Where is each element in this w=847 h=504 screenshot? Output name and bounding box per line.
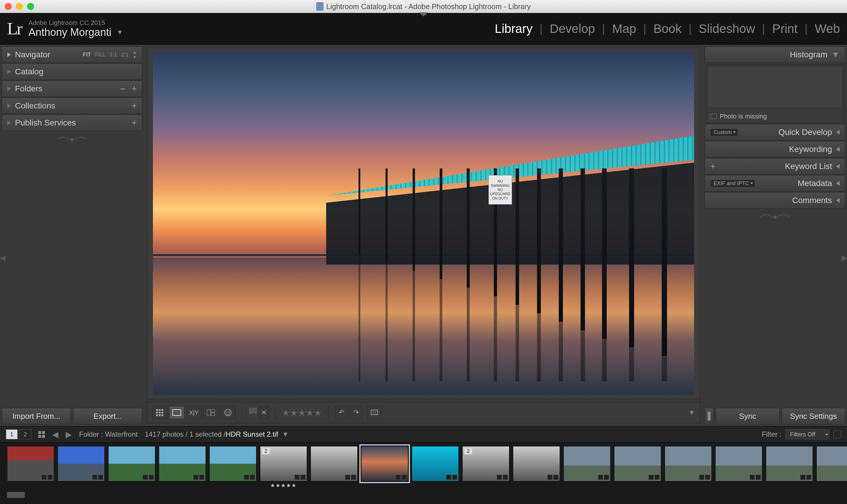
panel-notch-icon[interactable] [419, 12, 428, 16]
keyword-list-panel-header[interactable]: + Keyword List [705, 158, 845, 175]
keywording-label: Keywording [789, 145, 832, 154]
window-controls [5, 3, 34, 10]
filter-lock-icon[interactable] [833, 431, 841, 438]
filmstrip-thumb[interactable]: 2 [462, 446, 509, 481]
filmstrip-thumb[interactable] [564, 446, 610, 481]
close-icon[interactable] [5, 3, 12, 10]
rating-stars[interactable]: ★★★★★ [282, 408, 322, 418]
sync-button[interactable]: Sync [716, 408, 779, 425]
svg-point-14 [225, 409, 231, 416]
filter-select[interactable]: Filters Off [785, 429, 829, 439]
filmstrip-thumb[interactable] [715, 446, 762, 481]
filmstrip-thumb[interactable] [7, 446, 54, 481]
filmstrip-thumb[interactable] [58, 446, 105, 481]
publish-panel-header[interactable]: Publish Services + [2, 114, 142, 131]
people-view-button[interactable] [220, 406, 236, 419]
nav-1to1[interactable]: 1:1 [110, 52, 117, 58]
rotate-cw-icon[interactable]: ↷ [350, 406, 363, 419]
rotate-ccw-icon[interactable]: ↶ [335, 406, 348, 419]
metadata-preset-select[interactable]: EXIF and IPTC [710, 180, 755, 187]
compare-view-button[interactable]: X|Y [186, 406, 202, 419]
loupe-view-button[interactable] [169, 406, 185, 419]
remove-folder-icon[interactable]: − [120, 83, 126, 95]
sync-switch-icon[interactable] [705, 408, 713, 425]
filmstrip-scrollbar[interactable] [7, 492, 840, 498]
module-library[interactable]: Library [495, 22, 532, 36]
filmstrip-thumb[interactable]: 2 [260, 446, 307, 481]
user-name: Anthony Morganti [29, 26, 111, 38]
filmstrip-thumb[interactable] [665, 446, 712, 481]
filmstrip-thumb[interactable] [159, 446, 206, 481]
add-keyword-icon[interactable]: + [710, 161, 715, 171]
quick-develop-panel-header[interactable]: Custom Quick Develop [705, 124, 845, 141]
minimize-icon[interactable] [16, 3, 23, 10]
toolbar-menu-icon[interactable]: ▼ [689, 409, 695, 416]
nav-2to1[interactable]: 2:1 [121, 52, 128, 58]
filmstrip-thumb[interactable] [412, 446, 459, 481]
module-web[interactable]: Web [815, 22, 840, 36]
filmstrip-thumb[interactable] [209, 446, 257, 481]
filmstrip-thumb[interactable] [614, 446, 661, 481]
svg-rect-7 [156, 414, 158, 416]
module-slideshow[interactable]: Slideshow [699, 22, 755, 36]
quick-develop-preset-select[interactable]: Custom [710, 128, 738, 137]
keywording-panel-header[interactable]: Keywording [705, 141, 845, 158]
folders-panel-header[interactable]: Folders −+ [2, 80, 142, 97]
slideshow-icon[interactable] [367, 406, 382, 419]
filmstrip-thumb[interactable] [513, 446, 560, 481]
right-panel-expander-icon[interactable]: ▶ [842, 252, 847, 264]
display-1[interactable]: 1 [6, 429, 18, 439]
thumb-badges [92, 474, 103, 480]
loupe-view[interactable]: NO SWIMMINGNO LIFEGUARDON DUTY [147, 48, 700, 399]
filmstrip-thumb[interactable] [766, 446, 813, 481]
nav-fit[interactable]: FIT [83, 52, 91, 58]
maximize-icon[interactable] [27, 3, 34, 10]
add-collection-icon[interactable]: + [132, 101, 137, 111]
filmstrip-thumb[interactable] [108, 446, 155, 481]
filmstrip[interactable]: 22 [0, 443, 847, 492]
panel-end-ornament [2, 133, 142, 145]
survey-view-button[interactable] [203, 406, 219, 419]
nav-fill[interactable]: FILL [95, 52, 106, 58]
add-publish-icon[interactable]: + [132, 118, 137, 128]
collections-panel-header[interactable]: Collections + [2, 97, 142, 114]
metadata-panel-header[interactable]: EXIF and IPTC Metadata [705, 175, 845, 192]
navigator-panel-header[interactable]: Navigator FIT FILL 1:1 2:1 ▲▼ [2, 47, 142, 63]
sync-settings-button[interactable]: Sync Settings [782, 408, 845, 425]
source-menu-icon[interactable]: ▼ [282, 430, 289, 438]
secondary-display-toggle[interactable]: 1 2 [6, 429, 31, 439]
thumb-badges [193, 474, 204, 480]
nav-back-icon[interactable]: ◀ [52, 430, 58, 439]
grid-icon[interactable] [38, 431, 45, 438]
comments-panel-header[interactable]: Comments [705, 192, 845, 209]
histogram-menu-icon[interactable]: ▼ [831, 50, 840, 59]
svg-rect-9 [161, 414, 163, 416]
flag-reject-icon[interactable]: ✕ [259, 406, 269, 419]
module-print[interactable]: Print [772, 22, 798, 36]
display-2[interactable]: 2 [19, 429, 31, 439]
source-path[interactable]: Folder : Waterfront [79, 430, 138, 438]
catalog-panel-header[interactable]: Catalog [2, 64, 142, 80]
filmstrip-thumb[interactable] [311, 446, 358, 481]
histogram-status: Photo is missing [706, 110, 844, 123]
identity-plate[interactable]: Lr Adobe Lightroom CC 2015 Anthony Morga… [7, 19, 123, 39]
nav-forward-icon[interactable]: ▶ [66, 430, 72, 439]
filmstrip-header: 1 2 ◀ ▶ Folder : Waterfront 1417 photos … [0, 426, 847, 443]
module-map[interactable]: Map [612, 22, 636, 36]
histogram-panel-header[interactable]: Histogram ▼ [705, 47, 845, 63]
identity-menu-icon[interactable]: ▼ [117, 29, 123, 36]
thumb-badges [294, 474, 306, 480]
add-folder-icon[interactable]: + [132, 84, 137, 94]
thumb-badges [143, 474, 154, 480]
flag-pick-icon[interactable] [249, 408, 257, 418]
left-panel-expander-icon[interactable]: ◀ [0, 252, 5, 264]
nav-zoom-stepper-icon[interactable]: ▲▼ [133, 50, 137, 59]
filmstrip-thumb[interactable] [361, 446, 408, 481]
filmstrip-thumb[interactable] [816, 446, 847, 481]
svg-point-16 [228, 411, 230, 413]
grid-view-button[interactable] [152, 406, 167, 419]
import-button[interactable]: Import From... [2, 408, 71, 425]
module-develop[interactable]: Develop [550, 22, 595, 36]
module-book[interactable]: Book [654, 22, 682, 36]
export-button[interactable]: Export... [73, 408, 142, 425]
